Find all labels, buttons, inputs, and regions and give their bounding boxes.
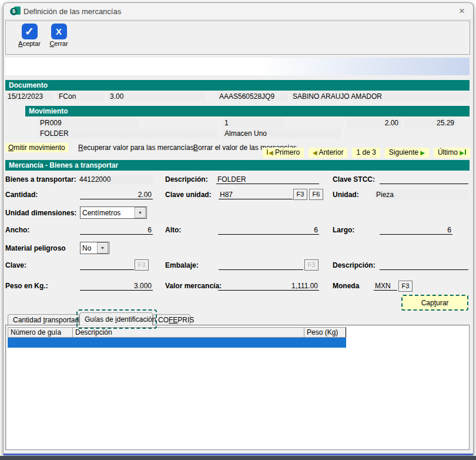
- first-bar-icon: [267, 149, 268, 155]
- movimiento-almacen-field: Almacen Uno: [222, 129, 341, 138]
- largo-label: Largo:: [333, 226, 354, 234]
- alto-label: Alto:: [165, 226, 181, 234]
- clave-stcc-label: Clave STCC:: [333, 175, 375, 184]
- moneda-f3-button[interactable]: F3: [398, 281, 413, 292]
- record-navigation: ◀ Primero ◀ Anterior 1 de 3 Siguiente ▶ …: [263, 148, 470, 158]
- documento-folio-field: 3.00: [108, 92, 205, 101]
- grid-col-numero-guia[interactable]: Número de guía: [8, 327, 73, 338]
- cantidad-label: Cantidad:: [5, 191, 38, 199]
- clave-unidad-f3-button[interactable]: F3: [293, 189, 307, 200]
- title-bar: $ Definición de las mercancías ×: [4, 3, 473, 20]
- embalaje-f3-button: F3: [304, 259, 319, 271]
- moneda-input[interactable]: MXN: [374, 281, 397, 291]
- gradient-strip: [5, 58, 470, 75]
- unidad-label: Unidad:: [333, 191, 359, 199]
- cerrar-button[interactable]: X Cerrar: [42, 23, 75, 52]
- unidad-field: Pieza: [374, 190, 468, 199]
- aceptar-label: Aceptar: [13, 40, 46, 47]
- x-icon: X: [51, 24, 67, 39]
- cerrar-label: Cerrar: [42, 40, 75, 47]
- clave-unidad-label: Clave unidad:: [165, 191, 212, 199]
- app-icon: $: [10, 6, 21, 16]
- close-icon[interactable]: ×: [459, 5, 465, 17]
- descripcion-material-input[interactable]: [380, 261, 468, 270]
- screen-bottom-edge: [0, 456, 476, 460]
- aceptar-button[interactable]: ✓ Aceptar: [13, 23, 46, 52]
- clave-label: Clave:: [5, 261, 26, 269]
- peso-input[interactable]: 3.000: [80, 281, 153, 291]
- documento-rfc-field: AAAS560528JQ9: [217, 92, 288, 101]
- omitir-movimiento-link[interactable]: Omitir movimiento: [5, 143, 68, 152]
- documento-fecha-field: 15/12/2023: [5, 92, 53, 101]
- dialog-window: $ Definición de las mercancías × ✓ Acept…: [3, 2, 474, 455]
- nav-siguiente-button[interactable]: Siguiente ▶: [385, 148, 429, 158]
- ancho-label: Ancho:: [5, 226, 29, 234]
- mercancia-header: Mercancía - Bienes a transportar: [5, 160, 470, 171]
- nav-position-label: 1 de 3: [352, 148, 380, 158]
- bienes-field: 44122000: [77, 175, 154, 184]
- dropdown-arrow-icon: ▼: [97, 242, 108, 254]
- alto-input[interactable]: 6: [218, 225, 319, 235]
- bienes-label: Bienes a transportar:: [5, 175, 76, 184]
- capturar-label: Capturar: [421, 299, 449, 307]
- grid-col-peso[interactable]: Peso (Kg): [304, 327, 346, 338]
- nav-ultimo-button[interactable]: Último ▶: [434, 148, 470, 158]
- material-peligroso-select[interactable]: No ▼: [80, 242, 109, 254]
- largo-input[interactable]: 6: [380, 225, 452, 235]
- clave-unidad-f6-button[interactable]: F6: [309, 189, 323, 200]
- tab-cantidad-transportada[interactable]: Cantidad transportada: [8, 314, 79, 325]
- window-title: Definición de las mercancías: [24, 7, 121, 16]
- dropdown-arrow-icon: ▼: [135, 207, 146, 218]
- movimiento-partida-field: 1: [222, 118, 284, 128]
- moneda-label: Moneda: [333, 282, 359, 290]
- material-peligroso-label: Material peligroso: [5, 244, 66, 252]
- valor-mercancia-input[interactable]: 1,111.00: [218, 281, 319, 291]
- tab-guias-identificacion[interactable]: Guías de identificación: [79, 312, 153, 325]
- prev-arrow-icon: ◀: [313, 149, 317, 156]
- embalaje-input[interactable]: [219, 261, 303, 270]
- capturar-button[interactable]: Capturar: [401, 295, 468, 311]
- check-icon: ✓: [22, 24, 38, 39]
- movimiento-header: Movimiento: [25, 106, 470, 116]
- unidad-dimensiones-select[interactable]: Centímetros ▼: [80, 206, 147, 219]
- first-arrow-icon: ◀: [269, 149, 273, 156]
- app-icon-dollar: $: [10, 8, 18, 15]
- peso-label: Peso en Kg.:: [5, 282, 48, 290]
- movimiento-precio-field: 25.29: [404, 118, 457, 128]
- documento-tipo-field: FCon: [56, 92, 105, 101]
- movimiento-producto-field: PR009: [38, 118, 138, 128]
- last-arrow-icon: ▶: [460, 149, 464, 156]
- recuperar-valor-link[interactable]: Recuperar valor para las mercancías: [78, 144, 194, 152]
- grid-header-row: Número de guía Descripción Peso (Kg): [8, 327, 346, 338]
- valor-mercancia-label: Valor mercancía:: [165, 282, 222, 290]
- grid-selected-row[interactable]: [8, 338, 346, 348]
- nav-anterior-button[interactable]: ◀ Anterior: [309, 148, 347, 158]
- descripcion-input[interactable]: FOLDER: [216, 175, 319, 184]
- descripcion-material-label: Descripción:: [333, 261, 376, 269]
- movimiento-cantidad-field: 2.00: [347, 118, 401, 128]
- unidad-dimensiones-label: Unidad dimensiones:: [5, 209, 76, 217]
- grid-col-descripcion[interactable]: Descripción: [73, 327, 304, 338]
- descripcion-label: Descripción:: [165, 175, 208, 184]
- clave-unidad-input[interactable]: H87: [219, 190, 293, 199]
- guias-grid-panel: Número de guía Descripción Peso (Kg): [5, 325, 470, 450]
- clave-f3-button: F3: [135, 259, 149, 271]
- tab-cofepris[interactable]: COFEPRIS: [153, 314, 190, 325]
- last-bar-icon: [465, 149, 466, 155]
- ancho-input[interactable]: 6: [80, 225, 153, 235]
- toolbar: ✓ Aceptar X Cerrar: [5, 21, 470, 55]
- clave-stcc-input[interactable]: [380, 175, 468, 184]
- documento-header: Documento: [5, 80, 470, 91]
- movimiento-descripcion-field: FOLDER: [38, 129, 217, 138]
- clave-input[interactable]: [80, 261, 134, 270]
- embalaje-label: Embalaje:: [165, 261, 199, 269]
- documento-cliente-field: SABINO ARAUJO AMADOR: [290, 92, 470, 101]
- nav-primero-button[interactable]: ◀ Primero: [263, 148, 304, 158]
- next-arrow-icon: ▶: [420, 149, 425, 156]
- cantidad-input[interactable]: 2.00: [80, 190, 153, 199]
